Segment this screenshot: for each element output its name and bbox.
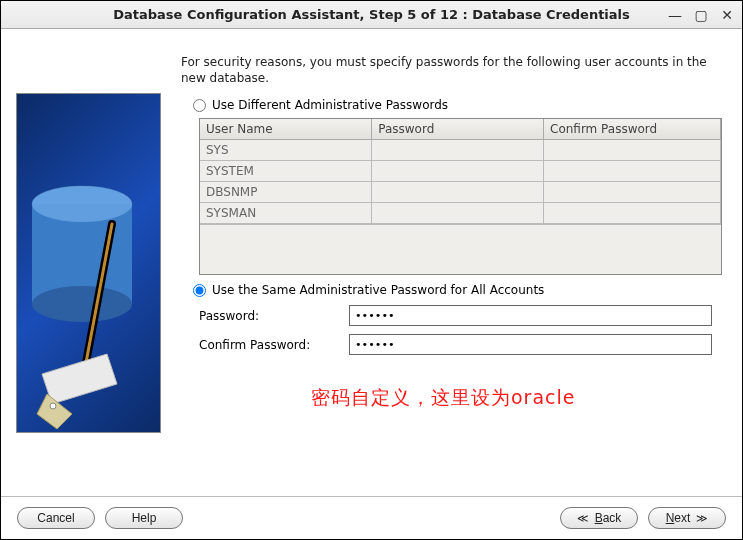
col-user-name: User Name (200, 119, 372, 140)
col-confirm-password: Confirm Password (544, 119, 721, 140)
instruction-text: For security reasons, you must specify p… (181, 54, 722, 86)
table-row: SYS (200, 140, 721, 161)
table-row: SYSMAN (200, 203, 721, 224)
radio-different[interactable] (193, 99, 206, 112)
close-icon[interactable]: ✕ (718, 7, 736, 23)
table-row: SYSTEM (200, 161, 721, 182)
svg-point-9 (50, 403, 56, 409)
cancel-button[interactable]: Cancel (17, 507, 95, 529)
wizard-sidebar-image (1, 29, 171, 496)
option-different-label: Use Different Administrative Passwords (212, 98, 448, 112)
option-same-password[interactable]: Use the Same Administrative Password for… (193, 283, 722, 297)
confirm-password-input[interactable] (349, 334, 712, 355)
table-row: DBSNMP (200, 182, 721, 203)
minimize-icon[interactable]: — (666, 7, 684, 23)
annotation-text: 密码自定义，这里设为oracle (311, 385, 722, 411)
svg-point-2 (32, 286, 132, 322)
wizard-footer: Cancel Help ≪ Back Next ≫ (1, 496, 742, 539)
back-button[interactable]: ≪ Back (560, 507, 638, 529)
users-table: User Name Password Confirm Password SYS … (199, 118, 722, 275)
next-label: ext (674, 511, 690, 525)
main-pane: For security reasons, you must specify p… (171, 29, 742, 496)
back-label: ack (603, 511, 622, 525)
chevron-left-icon: ≪ (577, 512, 589, 525)
maximize-icon[interactable]: ▢ (692, 7, 710, 23)
password-input[interactable] (349, 305, 712, 326)
label-confirm-password: Confirm Password: (199, 338, 339, 352)
chevron-right-icon: ≫ (696, 512, 708, 525)
svg-point-3 (32, 186, 132, 222)
col-password: Password (372, 119, 544, 140)
svg-marker-7 (42, 354, 117, 404)
titlebar: Database Configuration Assistant, Step 5… (1, 1, 742, 29)
help-button[interactable]: Help (105, 507, 183, 529)
next-button[interactable]: Next ≫ (648, 507, 726, 529)
option-different-passwords[interactable]: Use Different Administrative Passwords (193, 98, 722, 112)
window-title: Database Configuration Assistant, Step 5… (113, 7, 630, 22)
label-password: Password: (199, 309, 339, 323)
option-same-label: Use the Same Administrative Password for… (212, 283, 544, 297)
radio-same[interactable] (193, 284, 206, 297)
